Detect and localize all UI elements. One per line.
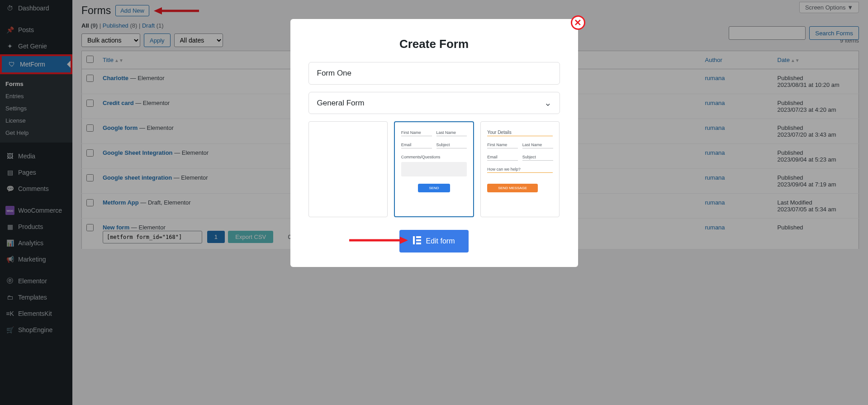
template-label: Last Name bbox=[522, 143, 553, 147]
modal-title: Create Form bbox=[308, 37, 560, 51]
template-card-blank[interactable] bbox=[308, 121, 388, 217]
template-send-button: SEND bbox=[418, 184, 450, 192]
template-label: Your Details bbox=[487, 130, 553, 135]
template-label: First Name bbox=[487, 143, 518, 147]
close-icon: ✕ bbox=[574, 17, 582, 28]
svg-rect-4 bbox=[413, 236, 415, 244]
create-form-modal: ✕ Create Form General Form First NameLas… bbox=[290, 19, 578, 267]
template-label: Email bbox=[487, 155, 518, 159]
template-label: First Name bbox=[401, 130, 432, 135]
close-button[interactable]: ✕ bbox=[571, 15, 585, 30]
template-label: Comments/Questions bbox=[401, 155, 467, 159]
template-send-button: SEND MESSAGE bbox=[487, 184, 538, 192]
svg-rect-6 bbox=[416, 239, 421, 241]
annotation-arrow-icon bbox=[349, 235, 408, 247]
modal-overlay[interactable]: ✕ Create Form General Form First NameLas… bbox=[0, 0, 868, 405]
template-label: Subject bbox=[436, 143, 467, 147]
template-label: Subject bbox=[522, 155, 553, 159]
form-type-select[interactable]: General Form bbox=[308, 92, 560, 114]
elementor-icon bbox=[413, 236, 421, 246]
edit-form-label: Edit form bbox=[426, 237, 455, 245]
svg-rect-5 bbox=[416, 236, 421, 238]
edit-form-row: Edit form bbox=[308, 230, 560, 253]
template-card-details[interactable]: Your Details First NameLast Name EmailSu… bbox=[480, 121, 560, 217]
template-grid: First NameLast Name EmailSubject Comment… bbox=[308, 121, 560, 217]
template-label: How can we help? bbox=[487, 167, 553, 172]
template-label: Last Name bbox=[436, 130, 467, 135]
template-card-general[interactable]: First NameLast Name EmailSubject Comment… bbox=[394, 121, 474, 217]
svg-rect-7 bbox=[416, 243, 421, 244]
edit-form-button[interactable]: Edit form bbox=[399, 230, 468, 253]
template-label: Email bbox=[401, 143, 432, 147]
form-name-input[interactable] bbox=[308, 62, 560, 85]
svg-marker-3 bbox=[400, 237, 408, 244]
